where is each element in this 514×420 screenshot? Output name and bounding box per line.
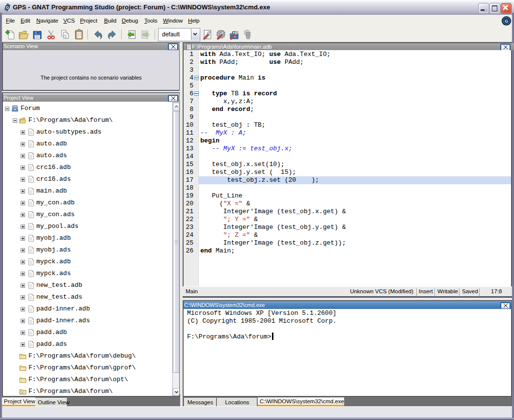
svg-text:G: G	[6, 5, 9, 10]
svg-text:G: G	[505, 19, 508, 24]
svg-text:o: o	[22, 391, 23, 394]
